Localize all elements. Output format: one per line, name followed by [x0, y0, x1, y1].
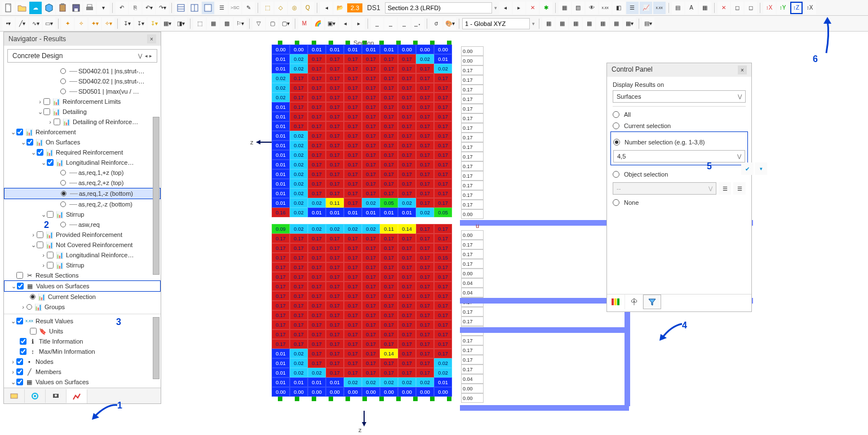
collapse-icon[interactable]: ⌄ [40, 157, 47, 168]
tree-checkbox[interactable] [16, 358, 23, 365]
navigator-close-icon[interactable]: × [147, 34, 156, 43]
tree-item[interactable]: Nodes [36, 357, 54, 367]
tree-checkbox[interactable] [47, 211, 54, 218]
tree-item[interactable]: as,req,2,+z (top) [78, 178, 123, 188]
cut4-icon[interactable]: ⎯▾ [411, 17, 424, 30]
tree-item[interactable]: Longitudinal Reinforce… [66, 157, 134, 168]
number-selection-input[interactable]: 4,5⋁ [613, 150, 745, 162]
sel-q-icon[interactable]: Q [302, 2, 314, 14]
rs-blue-icon[interactable]: ◻ [745, 2, 757, 14]
collapse-icon[interactable]: ⌄ [10, 281, 17, 291]
sheet-icon[interactable]: ▤▾ [642, 17, 654, 30]
display-results-select[interactable]: Surfaces ⋁ [613, 90, 746, 103]
model-canvas[interactable]: Section 0.000.000.010.010.010.010.010.00… [167, 32, 868, 435]
ds-next-icon[interactable]: ▸ [513, 2, 525, 14]
tree-checkbox[interactable] [30, 328, 37, 335]
radio-icon[interactable] [60, 78, 66, 84]
expand-icon[interactable]: › [30, 230, 37, 240]
save-icon[interactable] [70, 2, 82, 14]
stress-icon[interactable]: σ [430, 17, 442, 30]
undo-dd-icon[interactable]: ↶▾ [143, 2, 155, 14]
coord-system-input[interactable] [462, 18, 530, 29]
tree-checkbox[interactable] [47, 262, 54, 269]
curve-icon[interactable]: ∿▾ [29, 17, 42, 30]
design-situation-input[interactable] [385, 2, 492, 14]
notes-icon[interactable]: ✎ [242, 2, 255, 14]
table-tree-icon[interactable]: ☰ [215, 2, 228, 14]
spark4-icon[interactable]: ✧▾ [102, 17, 114, 30]
load3-ylw-icon[interactable]: ↧▾ [148, 17, 160, 30]
view-xxx-icon[interactable]: x.xx [599, 2, 612, 14]
mode-flag-icon[interactable]: ⚐▾ [234, 17, 246, 30]
view-icon-1[interactable]: ▦ [559, 2, 571, 14]
navigator-tree[interactable]: SD0402.01 | |ns,strut-… SD0402.02 | |ns,… [4, 66, 161, 388]
paste-icon[interactable] [56, 2, 69, 14]
radio-icon[interactable] [60, 68, 66, 74]
navigator-design-select[interactable]: Concrete Design ⋁ ◂ ▸ [7, 49, 157, 63]
control-panel-close-icon[interactable]: × [738, 65, 747, 74]
nav-tab-results[interactable] [67, 389, 87, 403]
tree-checkbox[interactable] [43, 108, 50, 115]
undo-icon[interactable]: ↶ [116, 2, 128, 14]
radio-icon[interactable] [61, 191, 67, 196]
collapse-icon[interactable]: ⌄ [40, 209, 47, 219]
view-eye-icon[interactable]: 👁 [586, 2, 598, 14]
tree-checkbox[interactable] [47, 252, 54, 258]
collapse-icon[interactable]: ⌄ [10, 316, 16, 326]
view-cube-icon[interactable]: ◧ [613, 2, 625, 14]
collapse-icon[interactable]: ⌄ [20, 137, 26, 147]
tree-item[interactable]: Max/Min Information [39, 346, 95, 357]
diag-cube-icon[interactable]: ▣▾ [325, 17, 338, 30]
table1-icon[interactable] [175, 2, 187, 14]
table3-icon[interactable] [202, 2, 214, 14]
tree-item[interactable]: Detailing [63, 107, 87, 117]
load-surf-icon[interactable]: ▦▾ [161, 17, 174, 30]
collapse-icon[interactable]: ⌄ [10, 377, 16, 387]
cs-f-icon[interactable]: ▦ [610, 17, 622, 30]
cp-filter-tab-icon[interactable] [643, 295, 661, 309]
load2-icon[interactable]: ↧▾ [134, 17, 147, 30]
tree-item-values-on-surfaces[interactable]: Values on Surfaces [36, 281, 90, 291]
load-cube-icon[interactable]: ◨▾ [175, 17, 187, 30]
tree-item[interactable]: as,req,2,-z (bottom) [78, 199, 132, 209]
radio-object-selection[interactable] [613, 171, 619, 178]
ds-nav-left-icon[interactable]: ◂ [320, 2, 333, 14]
expand-icon[interactable]: › [10, 367, 16, 377]
av-icon[interactable]: A [685, 2, 698, 14]
mode-sel-icon[interactable]: ⬚ [193, 17, 206, 30]
tree-item[interactable]: SD0402.02 | |ns,strut-… [78, 76, 145, 86]
scrollbar-thumb[interactable] [153, 317, 160, 379]
tree-checkbox[interactable] [47, 159, 54, 166]
cs-c-icon[interactable]: ▦ [569, 17, 582, 30]
open-folder-icon[interactable] [16, 2, 28, 14]
cp-balance-icon[interactable] [625, 295, 643, 309]
radio-icon[interactable] [60, 170, 66, 175]
tree-item[interactable]: Reinforcement Limits [63, 96, 121, 107]
node-icon[interactable]: •▾ [2, 17, 15, 30]
bolt-red-icon[interactable]: ✕ [526, 2, 539, 14]
cut3-icon[interactable]: ⎯ [398, 17, 410, 30]
cut2-icon[interactable]: ⎯ [384, 17, 397, 30]
tree-checkbox[interactable] [54, 118, 60, 125]
radio-icon[interactable] [60, 222, 66, 227]
new-file-icon[interactable] [2, 2, 15, 14]
tree-item[interactable]: asw,req [78, 219, 100, 230]
tree-checkbox[interactable] [16, 129, 23, 135]
sel-poly-icon[interactable]: ◇ [274, 2, 287, 14]
axis-y-icon[interactable]: ↕Y [777, 2, 789, 14]
copy-icon[interactable]: ⎘ [129, 2, 141, 14]
tree-item[interactable]: SD0501 | |max(vu / … [78, 86, 139, 96]
nav-tab-display[interactable] [25, 389, 46, 403]
tree-item[interactable]: Groups [45, 302, 65, 312]
expand-icon[interactable]: › [40, 260, 47, 270]
view-icon-2[interactable]: ▧ [572, 2, 584, 14]
tree-item[interactable]: Stirrup [66, 209, 84, 219]
ds-folder-icon[interactable]: 📂 [334, 2, 346, 14]
tree-checkbox[interactable] [26, 139, 33, 146]
sel-target-icon[interactable]: ◎ [288, 2, 300, 14]
tree-checkbox[interactable] [43, 98, 50, 105]
tree-item[interactable]: Required Reinforcement [56, 147, 123, 157]
bolt-green-icon[interactable]: ✱ [540, 2, 552, 14]
tree-item[interactable]: Detailing of Reinforce… [73, 117, 138, 127]
axis-z-icon[interactable]: ↕Z [790, 2, 803, 14]
